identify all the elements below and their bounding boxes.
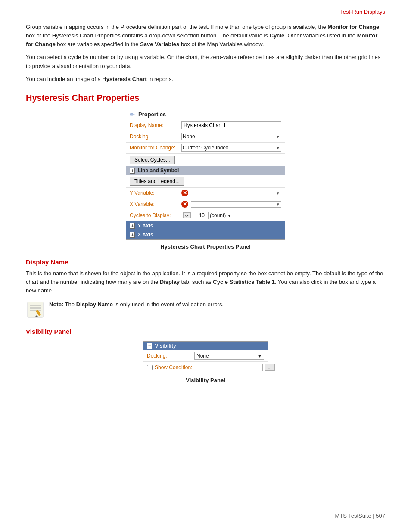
x-axis-expand-icon: +	[130, 232, 135, 238]
titles-legend-button[interactable]: Titles and Legend...	[130, 177, 184, 186]
note-title: Note:	[49, 301, 63, 308]
display-name-row: Display Name:	[126, 120, 285, 131]
panel-header-icon: ✏	[130, 111, 135, 118]
visibility-panel: − Visibility Docking: None ▼ Show Condit…	[143, 341, 268, 373]
cycles-unit-arrow-icon: ▼	[227, 213, 231, 218]
cycles-unit-select[interactable]: (count) ▼	[208, 212, 233, 219]
y-axis-bar[interactable]: + Y Axis	[126, 221, 285, 230]
y-variable-label: Y Variable:	[130, 190, 181, 196]
docking-value: None	[183, 134, 195, 140]
docking-label: Docking:	[130, 134, 181, 140]
y-variable-arrow-icon: ▼	[276, 191, 280, 196]
intro-para-1: Group variable mapping occurs in the Pro…	[26, 23, 385, 49]
x-axis-label: X Axis	[137, 232, 153, 238]
vis-header: − Visibility	[143, 342, 268, 350]
note-body: The Display Name is only used in the eve…	[65, 301, 224, 308]
vis-docking-row: Docking: None ▼	[143, 350, 268, 362]
note-content: Note: The Display Name is only used in t…	[49, 300, 224, 309]
vis-show-condition-row: Show Condition: ...	[143, 362, 268, 373]
line-symbol-expand-icon: +	[130, 168, 135, 174]
x-variable-label: X Variable:	[130, 201, 181, 207]
svg-rect-0	[28, 302, 43, 317]
panel-header-title: Properties	[138, 111, 166, 118]
section1-heading: Hysteresis Chart Properties	[26, 93, 385, 103]
section3-heading: Visibility Panel	[26, 328, 385, 335]
x-axis-bar[interactable]: + X Axis	[126, 230, 285, 240]
vis-panel-container: − Visibility Docking: None ▼ Show Condit…	[26, 341, 385, 383]
display-name-label: Display Name:	[130, 122, 181, 128]
vis-docking-value: None	[196, 353, 209, 359]
titles-legend-row: Titles and Legend...	[126, 175, 285, 188]
vis-panel-caption: Visibility Panel	[186, 377, 225, 383]
monitor-select[interactable]: Current Cycle Index ▼	[181, 144, 281, 152]
x-variable-error-icon: ✕	[181, 201, 188, 208]
vis-header-title: Visibility	[155, 343, 176, 349]
display-name-body: This is the name that is shown for the o…	[26, 269, 385, 295]
monitor-value: Current Cycle Index	[183, 145, 228, 151]
cycles-label: Cycles to Display:	[130, 212, 181, 218]
page-header: Test-Run Displays	[26, 9, 385, 15]
select-cycles-row: Select Cycles...	[126, 154, 285, 166]
properties-panel: ✏ Properties Display Name: Docking: None…	[126, 109, 285, 240]
y-variable-select[interactable]: ▼	[191, 190, 281, 196]
line-symbol-label: Line and Symbol	[137, 168, 179, 174]
cycles-icon: ⟳	[183, 212, 191, 218]
docking-row: Docking: None ▼	[126, 131, 285, 143]
properties-panel-caption: Hysteresis Chart Properties Panel	[160, 243, 251, 250]
monitor-arrow-icon: ▼	[276, 146, 280, 150]
vis-show-condition-label: Show Condition:	[155, 364, 192, 370]
properties-panel-container: ✏ Properties Display Name: Docking: None…	[26, 109, 385, 250]
cycles-to-display-row: Cycles to Display: ⟳ (count) ▼	[126, 210, 285, 221]
line-symbol-bar[interactable]: + Line and Symbol	[126, 166, 285, 175]
display-name-input[interactable]	[181, 121, 281, 129]
vis-docking-label: Docking:	[147, 353, 194, 359]
show-condition-input[interactable]	[195, 364, 263, 371]
note-icon	[26, 300, 45, 319]
monitor-for-change-row: Monitor for Change: Current Cycle Index …	[126, 143, 285, 154]
note-box: Note: The Display Name is only used in t…	[26, 300, 385, 319]
y-axis-expand-icon: +	[130, 223, 135, 229]
monitor-label: Monitor for Change:	[130, 145, 181, 151]
header-text: Test-Run Displays	[340, 9, 385, 15]
vis-docking-arrow-icon: ▼	[258, 354, 262, 358]
panel-header: ✏ Properties	[126, 109, 285, 120]
docking-arrow-icon: ▼	[276, 134, 280, 139]
show-condition-checkbox[interactable]	[147, 365, 153, 370]
select-cycles-button[interactable]: Select Cycles...	[130, 156, 175, 164]
vis-dots-button[interactable]: ...	[265, 364, 274, 371]
y-axis-label: Y Axis	[137, 223, 153, 229]
y-variable-error-icon: ✕	[181, 190, 188, 196]
x-variable-row: X Variable: ✕ ▼	[126, 199, 285, 210]
vis-collapse-icon: −	[147, 343, 152, 349]
cycles-unit-label: (count)	[210, 212, 226, 218]
docking-select[interactable]: None ▼	[181, 133, 281, 140]
cycles-num-input[interactable]	[193, 212, 206, 219]
y-variable-row: Y Variable: ✕ ▼	[126, 188, 285, 199]
intro-para-3: You can include an image of a Hysteresis…	[26, 75, 385, 84]
x-variable-select[interactable]: ▼	[191, 201, 281, 208]
x-variable-arrow-icon: ▼	[276, 202, 280, 207]
page-footer: MTS TestSuite | 507	[335, 513, 385, 519]
intro-para-2: You can select a cycle by number or by u…	[26, 53, 385, 70]
vis-docking-select[interactable]: None ▼	[194, 352, 264, 360]
section2-heading: Display Name	[26, 258, 385, 266]
